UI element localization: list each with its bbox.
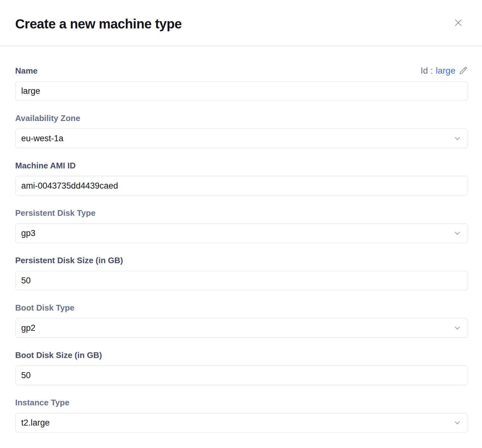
field-group-persistent-disk-size: Persistent Disk Size (in GB) bbox=[15, 256, 468, 290]
chevron-down-icon bbox=[453, 229, 461, 237]
boot-disk-type-label: Boot Disk Type bbox=[15, 303, 74, 312]
instance-type-select[interactable]: t2.large bbox=[15, 413, 468, 433]
persistent-disk-type-select[interactable]: gp3 bbox=[15, 223, 468, 243]
x-icon bbox=[453, 17, 464, 28]
field-group-name: Name Id : large bbox=[15, 66, 468, 101]
chevron-down-icon bbox=[453, 134, 461, 142]
boot-disk-type-select[interactable]: gp2 bbox=[15, 318, 468, 338]
persistent-disk-size-input[interactable] bbox=[15, 271, 468, 290]
name-label: Name bbox=[15, 66, 38, 76]
chevron-down-icon bbox=[453, 324, 461, 332]
field-group-instance-type: Instance Type t2.large bbox=[15, 398, 468, 433]
persistent-disk-size-label: Persistent Disk Size (in GB) bbox=[15, 256, 123, 265]
selected-value: gp3 bbox=[21, 228, 35, 238]
availability-zone-label: Availability Zone bbox=[15, 113, 80, 123]
id-value: large bbox=[436, 66, 455, 76]
machine-ami-id-input[interactable] bbox=[15, 176, 468, 196]
modal-header: Create a new machine type bbox=[0, 0, 482, 46]
availability-zone-select[interactable]: eu-west-1a bbox=[15, 129, 468, 148]
field-group-machine-ami-id: Machine AMI ID bbox=[15, 161, 468, 196]
selected-value: t2.large bbox=[21, 418, 50, 428]
machine-ami-id-label: Machine AMI ID bbox=[15, 161, 76, 170]
close-button[interactable] bbox=[451, 15, 466, 30]
selected-value: gp2 bbox=[21, 323, 35, 333]
id-display: Id : large bbox=[421, 66, 468, 76]
modal-title: Create a new machine type bbox=[15, 14, 182, 31]
instance-type-label: Instance Type bbox=[15, 398, 69, 407]
chevron-down-icon bbox=[453, 419, 461, 427]
modal-form: Name Id : large Availability Zone bbox=[0, 46, 482, 445]
create-machine-type-modal: Create a new machine type Name Id : larg… bbox=[0, 0, 482, 448]
id-prefix: Id : bbox=[421, 66, 433, 76]
pencil-icon[interactable] bbox=[458, 66, 468, 76]
name-input[interactable] bbox=[15, 81, 468, 101]
boot-disk-size-input[interactable] bbox=[15, 366, 468, 385]
selected-value: eu-west-1a bbox=[21, 134, 64, 143]
field-group-boot-disk-size: Boot Disk Size (in GB) bbox=[15, 350, 468, 385]
persistent-disk-type-label: Persistent Disk Type bbox=[15, 208, 96, 218]
field-group-persistent-disk-type: Persistent Disk Type gp3 bbox=[15, 208, 468, 243]
field-group-availability-zone: Availability Zone eu-west-1a bbox=[15, 113, 468, 148]
field-group-boot-disk-type: Boot Disk Type gp2 bbox=[15, 303, 468, 338]
boot-disk-size-label: Boot Disk Size (in GB) bbox=[15, 350, 102, 360]
